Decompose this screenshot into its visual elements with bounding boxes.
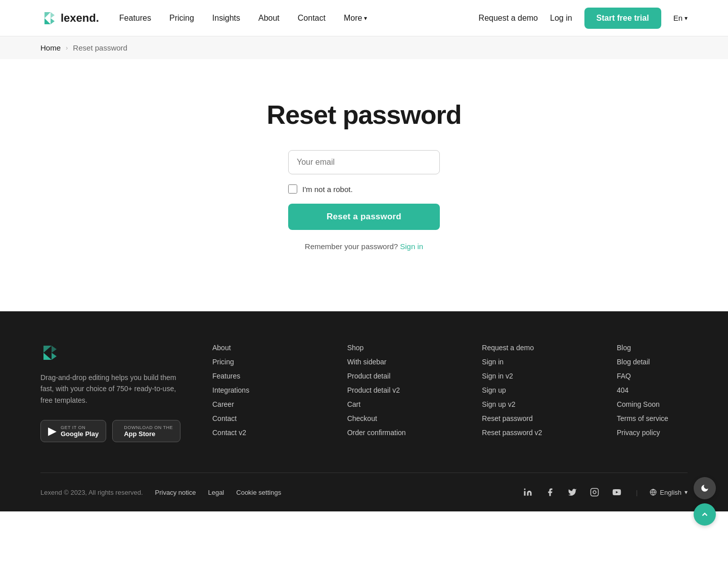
chevron-up-icon (700, 510, 709, 511)
footer-sign-up-v2[interactable]: Sign up v2 (482, 400, 553, 408)
breadcrumb-separator: › (66, 44, 68, 52)
logo-text: lexend. (61, 12, 99, 25)
robot-label: I'm not a robot. (302, 185, 353, 194)
footer-pricing[interactable]: Pricing (212, 358, 283, 366)
reset-form: I'm not a robot. Reset a password Rememb… (288, 150, 440, 251)
app-store-badge[interactable]: Download on the App Store (112, 420, 180, 442)
footer-integrations[interactable]: Integrations (212, 386, 283, 394)
nav-left: lexend. Features Pricing Insights About … (40, 10, 367, 26)
twitter-icon[interactable] (565, 485, 579, 499)
google-play-badge[interactable]: ▶ GET IT ON Google Play (40, 420, 106, 442)
footer-reset-password-v2[interactable]: Reset password v2 (482, 429, 553, 437)
footer-checkout[interactable]: Checkout (347, 414, 418, 422)
fab-container (694, 477, 716, 511)
footer-with-sidebar[interactable]: With sidebar (347, 358, 418, 366)
reset-password-button[interactable]: Reset a password (288, 204, 440, 230)
logo-link[interactable]: lexend. (40, 10, 99, 26)
footer-cart[interactable]: Cart (347, 400, 418, 408)
language-selector[interactable]: En ▾ (673, 14, 688, 22)
footer-request-demo[interactable]: Request a demo (482, 344, 553, 352)
footer-language-selector[interactable]: English ▾ (650, 489, 688, 496)
breadcrumb: Home › Reset password (0, 36, 728, 59)
footer-coming-soon[interactable]: Coming Soon (617, 400, 688, 408)
footer-col-3: Request a demo Sign in Sign in v2 Sign u… (482, 344, 553, 442)
footer-brand: Drag-and-drop editing helps you build th… (40, 344, 182, 442)
footer-col-2: Shop With sidebar Product detail Product… (347, 344, 418, 442)
cookie-settings-link[interactable]: Cookie settings (236, 489, 281, 496)
footer-privacy-policy[interactable]: Privacy policy (617, 429, 688, 437)
footer-features[interactable]: Features (212, 372, 283, 380)
facebook-icon[interactable] (543, 485, 557, 499)
footer-tagline: Drag-and-drop editing helps you build th… (40, 372, 182, 406)
youtube-icon[interactable] (610, 485, 624, 499)
request-demo-button[interactable]: Request a demo (479, 14, 538, 23)
footer-blog[interactable]: Blog (617, 344, 688, 352)
nav-more[interactable]: More ▾ (344, 14, 367, 23)
nav-links: Features Pricing Insights About Contact … (119, 14, 368, 23)
robot-row: I'm not a robot. (288, 184, 440, 194)
footer-career[interactable]: Career (212, 400, 283, 408)
footer-blog-detail[interactable]: Blog detail (617, 358, 688, 366)
copyright: Lexend © 2023, All rights reserved. (40, 489, 143, 496)
main-content: Reset password I'm not a robot. Reset a … (0, 59, 728, 311)
footer: Drag-and-drop editing helps you build th… (0, 311, 728, 511)
footer-contact-v2[interactable]: Contact v2 (212, 429, 283, 437)
legal-link[interactable]: Legal (208, 489, 224, 496)
footer-product-detail-v2[interactable]: Product detail v2 (347, 386, 418, 394)
chevron-down-icon: ▾ (685, 15, 688, 22)
moon-icon (700, 484, 709, 493)
nav-pricing[interactable]: Pricing (169, 14, 194, 23)
footer-col-4: Blog Blog detail FAQ 404 Coming Soon Ter… (617, 344, 688, 442)
footer-bottom-right: | English ▾ (521, 485, 688, 499)
instagram-icon[interactable] (587, 485, 602, 499)
signin-hint: Remember your password? Sign in (288, 242, 440, 251)
svg-rect-0 (524, 491, 525, 496)
email-input[interactable] (288, 150, 440, 174)
footer-sign-in-v2[interactable]: Sign in v2 (482, 372, 553, 380)
nav-insights[interactable]: Insights (212, 14, 240, 23)
nav-about[interactable]: About (258, 14, 280, 23)
navbar: lexend. Features Pricing Insights About … (0, 0, 728, 36)
start-trial-button[interactable]: Start free trial (584, 8, 661, 29)
footer-bottom-left: Lexend © 2023, All rights reserved. Priv… (40, 489, 281, 496)
globe-icon (650, 489, 657, 496)
logo-icon (40, 10, 57, 26)
footer-sign-up[interactable]: Sign up (482, 386, 553, 394)
signin-link[interactable]: Sign in (400, 242, 423, 251)
svg-point-1 (524, 489, 525, 490)
footer-faq[interactable]: FAQ (617, 372, 688, 380)
footer-contact[interactable]: Contact (212, 414, 283, 422)
linkedin-icon[interactable] (521, 485, 535, 499)
svg-rect-2 (590, 489, 598, 496)
footer-bottom: Lexend © 2023, All rights reserved. Priv… (40, 473, 688, 511)
footer-sign-in[interactable]: Sign in (482, 358, 553, 366)
page-title: Reset password (267, 100, 462, 130)
footer-terms[interactable]: Terms of service (617, 414, 688, 422)
nav-right: Request a demo Log in Start free trial E… (479, 8, 688, 29)
footer-col-1: About Pricing Features Integrations Care… (212, 344, 283, 442)
footer-404[interactable]: 404 (617, 386, 688, 394)
store-badges: ▶ GET IT ON Google Play Download on the … (40, 420, 182, 442)
chevron-down-icon: ▾ (685, 489, 688, 496)
breadcrumb-home[interactable]: Home (40, 43, 61, 52)
scroll-top-fab[interactable] (694, 503, 716, 511)
footer-reset-password[interactable]: Reset password (482, 414, 553, 422)
footer-logo-icon (40, 344, 59, 362)
nav-contact[interactable]: Contact (298, 14, 326, 23)
footer-shop[interactable]: Shop (347, 344, 418, 352)
chevron-down-icon: ▾ (364, 15, 367, 22)
breadcrumb-current: Reset password (73, 43, 127, 52)
footer-product-detail[interactable]: Product detail (347, 372, 418, 380)
footer-order-confirmation[interactable]: Order confirmation (347, 429, 418, 437)
footer-top: Drag-and-drop editing helps you build th… (40, 344, 688, 473)
login-button[interactable]: Log in (550, 14, 572, 23)
footer-columns: About Pricing Features Integrations Care… (212, 344, 688, 442)
google-play-icon: ▶ (48, 424, 57, 438)
footer-about[interactable]: About (212, 344, 283, 352)
privacy-notice-link[interactable]: Privacy notice (155, 489, 196, 496)
robot-checkbox[interactable] (288, 184, 297, 194)
dark-mode-fab[interactable] (694, 477, 716, 499)
nav-features[interactable]: Features (119, 14, 151, 23)
